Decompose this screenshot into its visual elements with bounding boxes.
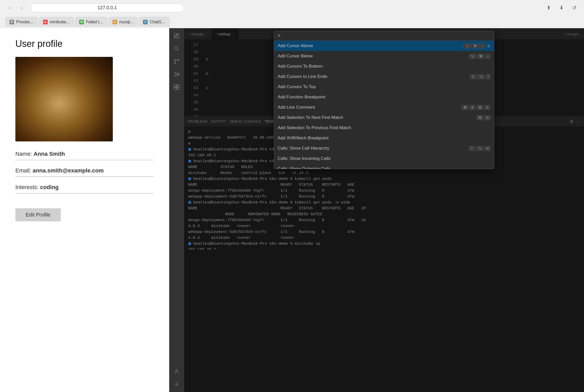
command-item-add-selection-next-keybinding: ⌘ D	[477, 115, 490, 120]
command-item-add-cursors-to-line-ends-label: Add Cursors to Line Ends	[278, 74, 470, 79]
activity-bar-bottom	[171, 366, 182, 390]
command-palette-overlay[interactable]: Add Cursor Above ⌥ ⌘ ↑ ⚙ Add Cursor Belo…	[184, 28, 584, 392]
command-item-calls-incoming-label: Calls: Show Incoming Calls	[278, 156, 490, 161]
activity-icon-run-debug[interactable]	[171, 69, 182, 80]
profile-name-field: Name: Anna Smith	[15, 151, 154, 160]
name-divider	[15, 160, 154, 160]
command-item-add-cursor-above-label: Add Cursor Above	[278, 43, 463, 48]
tab-failed-favicon: W	[79, 20, 84, 24]
svg-rect-11	[177, 85, 179, 87]
command-item-add-cursor-below-label: Add Cursor Below	[278, 54, 469, 59]
command-palette-list: Add Cursor Above ⌥ ⌘ ↑ ⚙ Add Cursor Belo…	[274, 41, 494, 169]
command-item-add-xhr-breakpoint-label: Add XHR/fetch Breakpoint	[278, 136, 490, 141]
email-divider	[15, 177, 154, 177]
svg-point-15	[176, 384, 177, 385]
edit-profile-button[interactable]: Edit Profile	[15, 208, 61, 221]
svg-rect-13	[177, 87, 179, 90]
command-item-add-cursor-below-keybinding: ⌥ ⌘ ↓	[469, 54, 491, 59]
command-item-calls-outgoing[interactable]: Calls: Show Outgoing Calls	[274, 164, 494, 169]
command-item-add-cursor-below[interactable]: Add Cursor Below ⌥ ⌘ ↓	[274, 51, 494, 61]
tab-failed-label: Failed t...	[86, 20, 103, 24]
profile-email-value: anna.smith@example.com	[33, 167, 104, 174]
tab-chatg-favicon: C	[143, 20, 148, 24]
command-item-add-line-comment-keybinding: ⌘ K ⌘ C	[462, 105, 490, 110]
browser-page: User profile Name: Anna Smith Email: ann…	[0, 28, 169, 392]
tab-mysql[interactable]: C mysql...	[108, 17, 138, 27]
tab-mysql-favicon: C	[113, 20, 117, 24]
command-item-add-function-breakpoint[interactable]: Add Function Breakpoint	[274, 92, 494, 102]
command-item-calls-incoming[interactable]: Calls: Show Incoming Calls	[274, 153, 494, 164]
profile-interests-value: coding	[40, 184, 59, 190]
interests-divider	[15, 193, 154, 193]
svg-marker-8	[175, 72, 178, 77]
tab-proxies-label: Proxies...	[16, 20, 33, 24]
command-item-add-cursors-to-bottom[interactable]: Add Cursors To Bottom	[274, 61, 494, 71]
tab-minikube-favicon: m	[43, 20, 48, 24]
svg-rect-1	[177, 34, 179, 35]
command-item-add-function-breakpoint-label: Add Function Breakpoint	[278, 95, 490, 100]
share-button[interactable]: ⬆	[544, 3, 553, 12]
settings-gear-icon[interactable]: ⚙	[487, 44, 490, 48]
tab-minikube-label: minikube...	[50, 20, 69, 24]
download-button[interactable]: ⬇	[557, 3, 566, 12]
command-item-add-line-comment[interactable]: Add Line Comment ⌘ K ⌘ C	[274, 102, 494, 112]
browser-toolbar: ‹ › 127.0.0.1 ⬆ ⬇ ↺	[0, 0, 584, 15]
activity-bar	[169, 28, 184, 392]
svg-point-6	[175, 63, 176, 64]
address-bar[interactable]: 127.0.0.1	[30, 3, 184, 12]
profile-name-label: Name: Anna Smith	[15, 151, 154, 157]
command-item-calls-call-hierarchy-keybinding: ⇧ ⌥ H	[469, 146, 490, 151]
profile-interests-label: Interests: coding	[15, 184, 154, 191]
activity-icon-account[interactable]	[171, 366, 182, 377]
back-button[interactable]: ‹	[5, 3, 14, 12]
command-item-add-cursors-to-line-ends-keybinding: ⇧ ⌥ I	[470, 74, 490, 79]
activity-icon-source-control[interactable]	[171, 56, 182, 67]
browser-nav-buttons: ‹ ›	[5, 3, 26, 12]
command-item-calls-call-hierarchy[interactable]: Calls: Show Call Hierarchy ⇧ ⌥ H	[274, 143, 494, 153]
command-item-add-selection-next[interactable]: Add Selection To Next Find Match ⌘ D	[274, 112, 494, 123]
browser-chrome: ‹ › 127.0.0.1 ⬆ ⬇ ↺ P Proxies... m minik…	[0, 0, 584, 28]
command-item-add-cursors-to-bottom-label: Add Cursors To Bottom	[278, 64, 490, 69]
activity-icon-settings[interactable]	[171, 379, 182, 390]
command-palette: Add Cursor Above ⌥ ⌘ ↑ ⚙ Add Cursor Belo…	[274, 31, 494, 169]
command-item-add-xhr-breakpoint[interactable]: Add XHR/fetch Breakpoint	[274, 133, 494, 143]
tab-chatg-label: ChatG...	[150, 20, 165, 24]
command-item-add-line-comment-label: Add Line Comment	[278, 105, 462, 110]
svg-point-3	[175, 47, 178, 50]
activity-icon-extensions[interactable]	[171, 81, 182, 93]
command-item-add-cursors-to-line-ends[interactable]: Add Cursors to Line Ends ⇧ ⌥ I	[274, 71, 494, 82]
tab-proxies-favicon: P	[9, 20, 14, 24]
command-item-add-cursors-to-top[interactable]: Add Cursors To Top	[274, 82, 494, 92]
tab-failed[interactable]: W Failed t...	[75, 17, 107, 27]
editor-area: ! mongo... ! webap... ! mongo... 37 38 3…	[184, 28, 584, 392]
command-item-calls-outgoing-label: Calls: Show Outgoing Calls	[278, 166, 490, 169]
command-palette-input-row	[274, 31, 494, 41]
command-item-add-cursor-above[interactable]: Add Cursor Above ⌥ ⌘ ↑ ⚙	[274, 41, 494, 51]
svg-rect-0	[174, 34, 176, 36]
profile-email-field: Email: anna.smith@example.com	[15, 167, 154, 177]
command-palette-input[interactable]	[278, 33, 490, 38]
svg-rect-10	[174, 85, 176, 87]
profile-name-value: Anna Smith	[34, 151, 65, 157]
tab-proxies[interactable]: P Proxies...	[5, 17, 38, 27]
tab-minikube[interactable]: m minikube...	[39, 17, 74, 27]
svg-point-5	[175, 59, 176, 61]
svg-point-7	[178, 59, 179, 61]
svg-rect-12	[174, 87, 176, 90]
browser-tabs: P Proxies... m minikube... W Failed t...…	[0, 15, 584, 28]
forward-button[interactable]: ›	[17, 3, 26, 12]
main-area: User profile Name: Anna Smith Email: ann…	[0, 28, 584, 392]
command-item-add-selection-prev[interactable]: Add Selection To Previous Find Match	[274, 123, 494, 133]
reload-button[interactable]: ↺	[570, 3, 579, 12]
vscode-panel: ! mongo... ! webap... ! mongo... 37 38 3…	[169, 28, 584, 392]
activity-icon-search[interactable]	[171, 43, 182, 54]
svg-point-14	[176, 369, 178, 372]
browser-actions: ⬆ ⬇ ↺	[544, 3, 579, 12]
tab-mysql-label: mysql...	[119, 20, 133, 24]
activity-icon-explorer[interactable]	[171, 30, 182, 42]
command-item-add-selection-prev-label: Add Selection To Previous Find Match	[278, 125, 490, 130]
tab-chatg[interactable]: C ChatG...	[139, 17, 169, 27]
command-item-add-cursor-above-keybinding: ⌥ ⌘ ↑	[463, 44, 485, 48]
command-item-add-selection-next-label: Add Selection To Next Find Match	[278, 115, 477, 120]
svg-rect-2	[174, 37, 179, 38]
